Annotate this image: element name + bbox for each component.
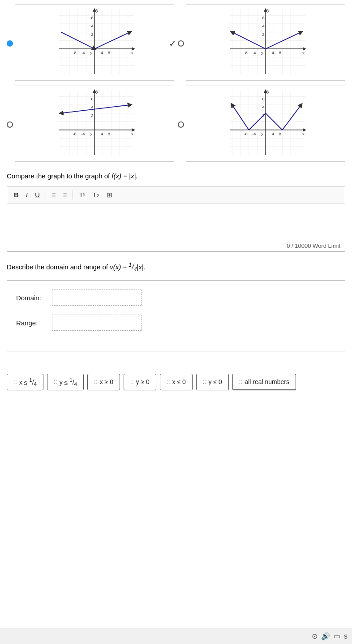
graph-wrapper-bottom-left: y x 6 4 2 -2 -8 -4 4 8 [15, 86, 174, 163]
chip-label-7: all real numbers [245, 378, 289, 385]
chip-label-5: x ≤ 0 [172, 378, 186, 385]
svg-text:8: 8 [108, 51, 110, 55]
toolbar-tsquared[interactable]: T² [77, 190, 87, 199]
svg-text:4: 4 [272, 51, 274, 55]
svg-text:6: 6 [262, 16, 265, 20]
radio-bottom-right[interactable] [178, 121, 184, 128]
svg-text:6: 6 [91, 97, 94, 101]
svg-text:4: 4 [262, 24, 265, 28]
settings-icon: s [344, 632, 348, 640]
svg-text:-4: -4 [252, 132, 256, 136]
chip-label-2: y ≤ 1/4 [60, 377, 77, 387]
chip-dots-2: :: [54, 379, 58, 385]
range-input[interactable] [52, 315, 142, 331]
svg-text:y: y [267, 89, 270, 94]
chip-y-le-quarter[interactable]: :: y ≤ 1/4 [47, 374, 84, 390]
svg-text:4: 4 [101, 132, 103, 136]
radio-top-left[interactable] [7, 40, 13, 47]
svg-text:6: 6 [91, 16, 94, 20]
toolbar-underline[interactable]: U [33, 190, 42, 199]
chips-section: :: x ≤ 1/4 :: y ≤ 1/4 :: x ≥ 0 :: y ≥ 0 … [0, 369, 352, 399]
svg-text:x: x [302, 51, 305, 55]
graph-cell-top-left[interactable]: y x 6 4 2 -2 -8 -4 4 8 [7, 4, 174, 82]
graph-cell-bottom-left[interactable]: y x 6 4 2 -2 -8 -4 4 8 [7, 86, 174, 163]
svg-text:6: 6 [262, 97, 265, 101]
describe-text: Describe the domain and range of v(x) = … [7, 261, 345, 274]
svg-text:-8: -8 [244, 132, 247, 136]
svg-text:-8: -8 [73, 51, 76, 55]
svg-text:-2: -2 [259, 52, 263, 56]
svg-text:4: 4 [91, 24, 94, 28]
range-row: Range: [16, 315, 336, 331]
chip-y-le-0[interactable]: :: y ≤ 0 [196, 374, 229, 390]
chip-dots-6: :: [203, 379, 207, 385]
radio-top-right[interactable] [178, 40, 184, 47]
svg-text:8: 8 [279, 51, 281, 55]
editor-box: B I U ≡ ≡ T² T₂ ⊞ 0 / 10000 Word Limit [7, 186, 345, 252]
svg-text:-8: -8 [244, 51, 247, 55]
chip-label-4: y ≥ 0 [136, 378, 150, 385]
svg-line-120 [282, 105, 301, 130]
chip-label-6: y ≤ 0 [208, 378, 222, 385]
graphs-grid: y x 6 4 2 -2 -8 -4 4 8 [7, 4, 345, 163]
svg-text:4: 4 [91, 105, 94, 109]
chip-dots-4: :: [130, 379, 134, 385]
svg-text:-8: -8 [73, 132, 76, 136]
svg-text:-2: -2 [259, 133, 263, 137]
svg-text:-4: -4 [81, 132, 85, 136]
svg-text:x: x [302, 132, 305, 136]
chip-x-le-quarter[interactable]: :: x ≤ 1/4 [7, 374, 43, 390]
graph-cell-top-right[interactable]: ✓ [178, 4, 345, 82]
svg-text:-4: -4 [252, 51, 256, 55]
checkmark-top-right: ✓ [169, 38, 176, 49]
toolbar-bold[interactable]: B [12, 190, 21, 199]
svg-text:2: 2 [91, 32, 94, 37]
toolbar-list2[interactable]: ≡ [61, 190, 69, 199]
svg-text:-4: -4 [81, 51, 85, 55]
graph-cell-bottom-right[interactable]: y x 6 4 2 -2 -8 -4 4 8 [178, 86, 345, 163]
editor-content[interactable] [7, 204, 345, 240]
svg-text:2: 2 [262, 32, 265, 37]
graph-wrapper-top-left: y x 6 4 2 -2 -8 -4 4 8 [15, 4, 174, 82]
svg-text:8: 8 [279, 132, 281, 136]
toolbar-divider-2 [73, 190, 73, 199]
svg-text:y: y [267, 8, 270, 13]
compare-func: f(x) = |x|. [112, 172, 137, 180]
word-limit: 0 / 10000 Word Limit [7, 240, 345, 251]
chip-x-ge-0[interactable]: :: x ≥ 0 [87, 374, 120, 390]
graph-wrapper-bottom-right: y x 6 4 2 -2 -8 -4 4 8 [186, 86, 345, 163]
chip-x-le-0[interactable]: :: x ≤ 0 [160, 374, 193, 390]
svg-text:-2: -2 [88, 133, 92, 137]
graph-svg-top-left: y x 6 4 2 -2 -8 -4 4 8 [15, 4, 174, 81]
bottom-bar: ⊙ 🔊 ▭ s [0, 628, 352, 644]
volume-icon: 🔊 [321, 632, 330, 640]
svg-text:4: 4 [272, 132, 274, 136]
graph-svg-bottom-right: y x 6 4 2 -2 -8 -4 4 8 [186, 86, 345, 162]
graph-wrapper-top-right: y x 6 4 2 -2 -8 -4 4 8 [186, 4, 345, 82]
domain-range-box: Domain: Range: [7, 280, 345, 351]
svg-text:4: 4 [262, 105, 265, 109]
range-label: Range: [16, 319, 52, 327]
chip-label-1: x ≤ 1/4 [19, 377, 37, 387]
editor-toolbar: B I U ≡ ≡ T² T₂ ⊞ [7, 186, 345, 204]
svg-text:y: y [96, 8, 99, 13]
svg-text:8: 8 [108, 132, 110, 136]
graph-svg-top-right: y x 6 4 2 -2 -8 -4 4 8 [186, 4, 345, 81]
chip-dots-7: :: [239, 379, 243, 385]
screen-icon: ▭ [334, 632, 340, 640]
wifi-icon: ⊙ [312, 632, 318, 640]
radio-bottom-left[interactable] [7, 121, 13, 128]
chip-all-real-numbers[interactable]: :: all real numbers [232, 374, 296, 390]
chip-dots-1: :: [13, 379, 17, 385]
svg-text:4: 4 [101, 51, 103, 55]
toolbar-tsub[interactable]: T₂ [90, 190, 102, 200]
domain-input[interactable] [52, 290, 142, 306]
toolbar-italic[interactable]: I [24, 190, 30, 199]
toolbar-list1[interactable]: ≡ [50, 190, 58, 199]
toolbar-table[interactable]: ⊞ [104, 190, 115, 200]
toolbar-divider-1 [46, 190, 46, 199]
domain-row: Domain: [16, 290, 336, 306]
chip-y-ge-0[interactable]: :: y ≥ 0 [124, 374, 156, 390]
graph-svg-bottom-left: y x 6 4 2 -2 -8 -4 4 8 [15, 86, 174, 162]
domain-label: Domain: [16, 294, 52, 302]
